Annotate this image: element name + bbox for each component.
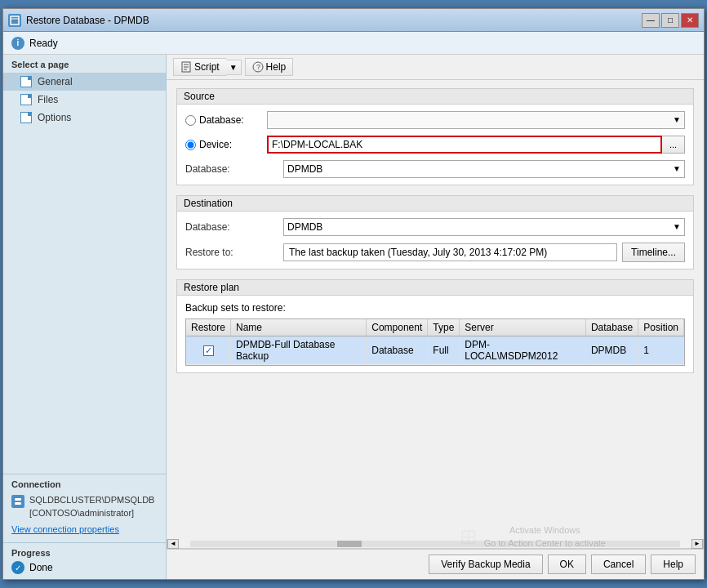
destination-header: Destination xyxy=(177,196,693,212)
windows-watermark-icon: ⊞ xyxy=(460,524,478,550)
restore-to-row: Restore to: The last backup taken (Tuesd… xyxy=(185,243,685,262)
help-toolbar-icon: ? xyxy=(252,61,264,73)
database-radio[interactable] xyxy=(185,115,196,126)
minimize-button[interactable]: — xyxy=(642,13,660,28)
title-bar-left: Restore Database - DPMDB xyxy=(8,14,149,27)
database-label: Database: xyxy=(199,114,244,126)
svg-text:?: ? xyxy=(256,63,260,71)
server-icon xyxy=(11,495,24,508)
timeline-button[interactable]: Timeline... xyxy=(622,243,685,262)
svg-rect-2 xyxy=(15,498,21,501)
status-bar: i Ready xyxy=(3,32,704,55)
row-name: DPMDB-Full Database Backup xyxy=(231,336,367,365)
dest-db-value: DPMDB xyxy=(287,221,322,233)
row-component: Database xyxy=(367,336,428,365)
backup-table-wrapper: Restore Name Component Type Server Datab… xyxy=(185,318,685,366)
activate-text: Activate WindowsGo to Action Center to a… xyxy=(484,524,606,550)
restore-to-value: The last backup taken (Tuesday, July 30,… xyxy=(289,247,547,258)
progress-check-icon: ✓ xyxy=(11,561,24,574)
device-radio[interactable] xyxy=(185,140,196,150)
dest-database-row: Database: DPMDB ▼ xyxy=(185,218,685,236)
script-label: Script xyxy=(194,61,220,73)
title-buttons: — □ ✕ xyxy=(642,13,699,28)
connection-section: Connection SQLDBCLUSTER\DPMSQLDB [CONTOS… xyxy=(3,474,166,542)
verify-backup-media-button[interactable]: Verify Backup Media xyxy=(429,555,542,574)
connection-item: SQLDBCLUSTER\DPMSQLDB [CONTOSO\administr… xyxy=(11,492,158,521)
close-button[interactable]: ✕ xyxy=(681,13,699,28)
dest-db-label: Database: xyxy=(185,221,283,233)
sidebar-section-title: Select a page xyxy=(3,55,166,73)
row-position: 1 xyxy=(638,336,684,365)
source-section: Source Database: ▼ xyxy=(176,88,694,185)
dest-db-arrow: ▼ xyxy=(673,222,681,231)
device-input[interactable] xyxy=(267,136,662,154)
scrollbar-track xyxy=(190,541,680,547)
sidebar-item-general[interactable]: General xyxy=(3,73,166,91)
main-area: Select a page General Files Options xyxy=(3,55,704,579)
window-icon xyxy=(8,14,21,27)
database-radio-label[interactable]: Database: xyxy=(185,114,267,126)
table-row[interactable]: ✓ DPMDB-Full Database Backup Database Fu… xyxy=(186,336,684,365)
content-area: Script ▼ ? Help Source xyxy=(167,55,704,579)
row-restore-check[interactable]: ✓ xyxy=(186,336,231,365)
toolbar: Script ▼ ? Help xyxy=(167,55,704,80)
maximize-button[interactable]: □ xyxy=(661,13,679,28)
sidebar-label-general: General xyxy=(38,76,73,87)
files-icon xyxy=(20,93,33,106)
source-db-row: Database: DPMDB ▼ xyxy=(185,160,685,178)
connection-text: SQLDBCLUSTER\DPMSQLDB [CONTOSO\administr… xyxy=(29,494,154,519)
script-dropdown-arrow[interactable]: ▼ xyxy=(226,60,242,75)
svg-rect-0 xyxy=(11,16,19,24)
restore-checkbox[interactable]: ✓ xyxy=(203,345,214,356)
device-label: Device: xyxy=(199,139,232,150)
browse-button[interactable]: ... xyxy=(662,136,685,154)
svg-rect-3 xyxy=(15,502,21,505)
title-bar: Restore Database - DPMDB — □ ✕ xyxy=(3,9,704,32)
cancel-button[interactable]: Cancel xyxy=(591,555,646,574)
status-text: Ready xyxy=(29,38,58,49)
progress-title: Progress xyxy=(11,548,158,558)
source-db-value: DPMDB xyxy=(287,163,322,175)
backup-sets-label: Backup sets to restore: xyxy=(185,302,685,314)
script-button[interactable]: Script xyxy=(173,58,226,76)
restore-to-label: Restore to: xyxy=(185,247,283,258)
options-icon xyxy=(20,111,33,124)
window-title: Restore Database - DPMDB xyxy=(26,15,149,26)
scrollbar-thumb[interactable] xyxy=(337,541,362,547)
sidebar-item-files[interactable]: Files xyxy=(3,91,166,109)
form-area: Source Database: ▼ xyxy=(167,80,704,539)
col-component: Component xyxy=(367,319,428,336)
script-dropdown[interactable]: Script ▼ xyxy=(173,58,242,76)
help-label: Help xyxy=(266,61,287,73)
progress-section: Progress ✓ Done xyxy=(3,542,166,579)
help-button-bottom[interactable]: Help xyxy=(651,555,696,574)
source-db-arrow: ▼ xyxy=(673,164,681,173)
general-icon xyxy=(20,75,33,88)
destination-content: Database: DPMDB ▼ Restore to: The last b… xyxy=(177,212,693,269)
source-database-row: Database: ▼ xyxy=(185,111,685,129)
destination-section: Destination Database: DPMDB ▼ Restore to… xyxy=(176,195,694,270)
view-connection-link[interactable]: View connection properties xyxy=(11,521,158,537)
source-content: Database: ▼ Devi xyxy=(177,105,693,185)
activate-watermark: ⊞ Activate WindowsGo to Action Center to… xyxy=(460,524,606,550)
device-radio-label[interactable]: Device: xyxy=(185,139,267,150)
scroll-left-button[interactable]: ◄ xyxy=(167,539,179,549)
scroll-right-button[interactable]: ► xyxy=(691,539,703,549)
bottom-buttons: ⊞ Activate WindowsGo to Action Center to… xyxy=(167,549,704,579)
device-input-group: ... xyxy=(267,136,685,154)
ok-button[interactable]: OK xyxy=(548,555,586,574)
connection-server: SQLDBCLUSTER\DPMSQLDB xyxy=(29,495,154,505)
script-icon xyxy=(180,61,192,73)
source-db-label: Database: xyxy=(185,163,283,175)
help-button[interactable]: ? Help xyxy=(245,58,294,76)
row-server: DPM-LOCAL\MSDPM2012 xyxy=(460,336,586,365)
col-server: Server xyxy=(460,319,586,336)
horizontal-scrollbar[interactable]: ◄ ► xyxy=(167,539,704,549)
sidebar-item-options[interactable]: Options xyxy=(3,109,166,127)
source-device-row: Device: ... xyxy=(185,136,685,154)
restore-database-window: Restore Database - DPMDB — □ ✕ i Ready S… xyxy=(2,8,705,580)
restore-plan-section: Restore plan Backup sets to restore: Res… xyxy=(176,279,694,373)
col-name: Name xyxy=(231,319,367,336)
progress-status: Done xyxy=(29,562,53,573)
restore-plan-content: Backup sets to restore: Restore Name Com… xyxy=(177,296,693,372)
